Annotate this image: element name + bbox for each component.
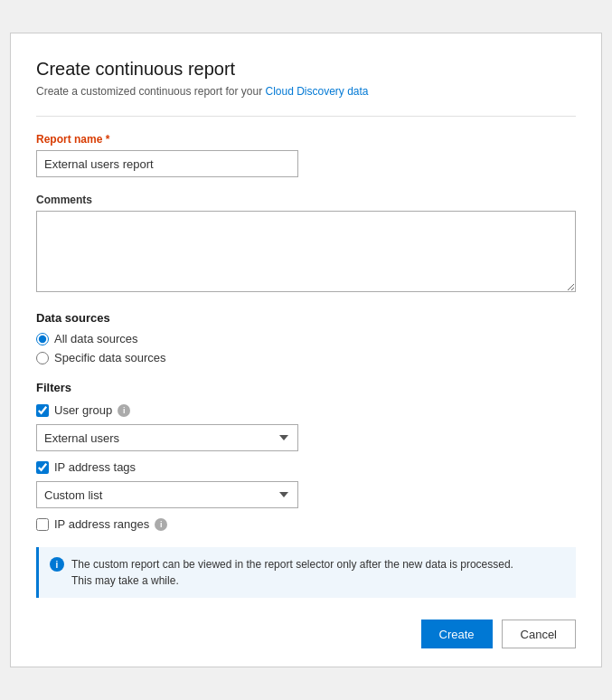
comments-input[interactable] [36,211,576,292]
ip-address-ranges-info-icon: i [155,518,167,531]
data-sources-section: Data sources All data sources Specific d… [36,311,576,364]
header-divider [36,116,576,117]
radio-specific-data-sources-input[interactable] [36,352,49,364]
ip-address-ranges-label: IP address ranges [54,517,149,531]
data-sources-radio-group: All data sources Specific data sources [36,332,576,364]
cloud-discovery-link[interactable]: Cloud Discovery data [265,85,368,98]
data-sources-title: Data sources [36,311,576,325]
filters-title: Filters [36,381,576,394]
radio-specific-data-sources[interactable]: Specific data sources [36,351,576,364]
info-bar-icon: i [50,557,64,572]
ip-address-ranges-filter-row: IP address ranges i [36,517,576,531]
comments-section: Comments [36,194,576,295]
user-group-label: User group [54,403,112,417]
dialog-subtitle: Create a customized continuous report fo… [36,85,576,98]
filters-section: Filters User group i External users All … [36,381,576,531]
info-bar: i The custom report can be viewed in the… [36,547,576,598]
radio-all-data-sources-input[interactable] [36,333,49,345]
ip-address-tags-dropdown[interactable]: Custom list All tags None [36,481,298,508]
dialog-footer: Create Cancel [36,620,576,648]
ip-address-tags-checkbox[interactable] [36,461,49,474]
create-report-dialog: Create continuous report Create a custom… [10,33,602,667]
cancel-button[interactable]: Cancel [502,620,576,648]
radio-all-data-sources[interactable]: All data sources [36,332,576,345]
ip-address-tags-dropdown-wrap: Custom list All tags None [36,481,576,508]
user-group-dropdown-wrap: External users All users Internal users [36,424,576,451]
user-group-info-icon: i [118,404,130,417]
user-group-filter-row: User group i [36,403,576,417]
report-name-input[interactable] [36,150,298,177]
comments-label: Comments [36,194,576,206]
info-bar-text: The custom report can be viewed in the r… [71,556,513,589]
report-name-section: Report name * [36,133,576,177]
ip-address-tags-filter-row: IP address tags [36,460,576,474]
create-button[interactable]: Create [421,620,493,648]
ip-address-tags-label: IP address tags [54,460,136,474]
user-group-checkbox[interactable] [36,404,49,417]
report-name-label: Report name * [36,133,576,146]
user-group-dropdown[interactable]: External users All users Internal users [36,424,298,451]
ip-address-ranges-checkbox[interactable] [36,518,49,531]
dialog-title: Create continuous report [36,59,576,80]
